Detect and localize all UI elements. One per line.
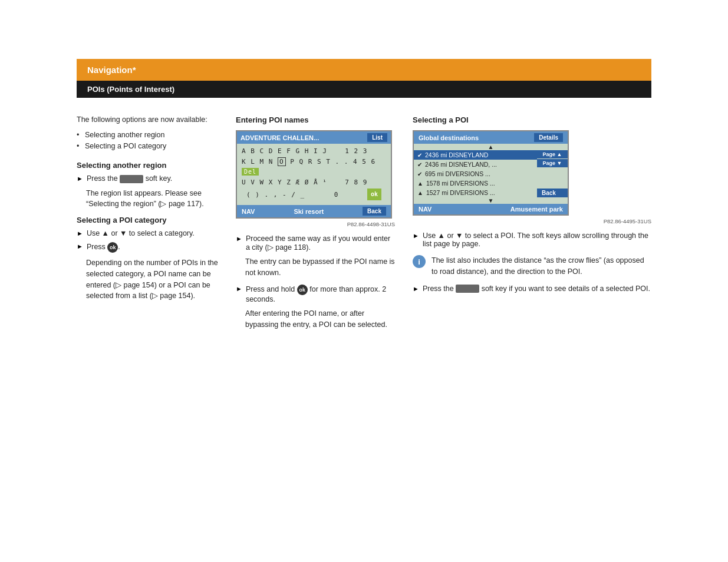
- dest-row-text-2: 2436 mi DISNEYLAND, ...: [425, 161, 497, 168]
- middle-step2-text: Press and hold ok for more than approx. …: [246, 285, 395, 303]
- dest-list-wrapper: ✔ 2436 mi DISNEYLAND ✔ 2436 mi DISNEYLAN…: [414, 150, 568, 197]
- dest-row-2: ✔ 2436 mi DISNEYLAND, ...: [414, 160, 537, 169]
- section-title: POIs (Points of Interest): [87, 85, 174, 94]
- ok-hold-btn: ok: [297, 285, 308, 295]
- arrow-icon-5: ►: [236, 285, 242, 292]
- screen-place-label: Ski resort: [294, 208, 324, 215]
- page-title: Navigation*: [87, 65, 136, 75]
- middle-step1: ► Proceed the same way as if you would e…: [236, 234, 395, 252]
- screen-top-bar: ADVENTURE CHALLEN... List: [237, 131, 391, 144]
- section-bar: POIs (Points of Interest): [77, 81, 651, 98]
- keyboard-row-3: U V W X Y Z Æ Ø Å ¹ 7 8 9: [242, 177, 386, 188]
- poi-cat-step2-text: Press ok.: [87, 242, 218, 253]
- dest-list-body: ✔ 2436 mi DISNEYLAND ✔ 2436 mi DISNEYLAN…: [414, 150, 568, 197]
- right-step1-text: Use ▲ or ▼ to select a POI. The soft key…: [423, 232, 651, 248]
- bullet-list: Selecting another region Selecting a POI…: [77, 131, 218, 150]
- page-up-btn: Page ▲: [537, 150, 568, 158]
- soft-key-1: [120, 175, 143, 183]
- arrow-icon-6: ►: [413, 232, 419, 239]
- list-button: List: [367, 133, 387, 142]
- poi-cat-step1: ► Use ▲ or ▼ to select a category.: [77, 229, 218, 237]
- left-column: The following options are now available:…: [77, 115, 218, 308]
- dest-row-text-1: 2436 mi DISNEYLAND: [425, 151, 488, 158]
- dest-row-icon-2: ✔: [417, 161, 422, 168]
- dest-screen-title: Global destinations: [419, 134, 479, 141]
- selecting-poi-cat-heading: Selecting a POI category: [77, 216, 218, 224]
- right-step1: ► Use ▲ or ▼ to select a POI. The soft k…: [413, 232, 651, 248]
- dest-row-icon-4: ▲: [417, 180, 423, 187]
- bullet-item-2: Selecting a POI category: [77, 142, 218, 150]
- page-buttons-col: Page ▲ Page ▼ Back: [537, 150, 568, 197]
- keyboard-area: A B C D E F G H I J 1 2 3 K L M N O P Q …: [237, 144, 391, 205]
- middle-step1-indent: The entry can be bypassed if the POI nam…: [245, 256, 395, 279]
- keyboard-row-4: ( ) . , - / _ 0 ok: [242, 187, 386, 201]
- region-step1-indent: The region list appears. Please see “Sel…: [86, 188, 218, 210]
- middle-step1-text: Proceed the same way as if you would ent…: [246, 234, 395, 252]
- bullet-item-1: Selecting another region: [77, 131, 218, 139]
- dest-screen-bottom: NAV Amusement park: [414, 204, 568, 214]
- arrow-icon-4: ►: [236, 235, 242, 242]
- dest-row-1: ✔ 2436 mi DISNEYLAND: [414, 150, 537, 160]
- right-column: Selecting a POI Global destinations Deta…: [413, 115, 651, 297]
- info-text: The list also includes the distance “as …: [431, 255, 651, 277]
- content-area: The following options are now available:…: [77, 115, 651, 336]
- soft-key-2: [456, 285, 479, 293]
- dest-row-icon-5: ▲: [417, 190, 423, 196]
- selecting-region-heading: Selecting another region: [77, 161, 218, 170]
- dest-row-icon-1: ✔: [417, 152, 422, 158]
- ok-key: ok: [367, 189, 381, 200]
- middle-step2: ► Press and hold ok for more than approx…: [236, 285, 395, 303]
- info-icon: i: [413, 255, 426, 268]
- poi-cat-step1-text: Use ▲ or ▼ to select a category.: [87, 229, 218, 237]
- screen-nav-label: NAV: [242, 208, 255, 215]
- middle-col-heading: Entering POI names: [236, 115, 395, 124]
- right-caption: P82.86-4495-31US: [413, 218, 651, 224]
- info-box: i The list also includes the distance “a…: [413, 255, 651, 277]
- details-button: Details: [534, 133, 563, 142]
- arrow-icon-1: ►: [77, 175, 83, 182]
- dest-row-text-5: 1527 mi DIVERSIONS ...: [426, 189, 495, 196]
- region-step1: ► Press the soft key.: [77, 174, 218, 183]
- dest-row-5: ▲ 1527 mi DIVERSIONS ...: [414, 188, 537, 197]
- dest-row-icon-3: ✔: [417, 171, 422, 177]
- middle-final: After entering the POI name, or after by…: [245, 308, 395, 330]
- arrow-icon-7: ►: [413, 285, 419, 292]
- arrow-icon-2: ►: [77, 230, 83, 237]
- poi-cat-step2: ► Press ok.: [77, 242, 218, 253]
- screen-title: ADVENTURE CHALLEN...: [241, 134, 319, 141]
- region-step1-text: Press the soft key.: [87, 174, 218, 183]
- dest-row-3: ✔ 695 mi DIVERSIONS ...: [414, 169, 537, 178]
- middle-caption: P82.86-4498-31US: [236, 221, 395, 227]
- dest-back-btn: Back: [537, 189, 568, 197]
- screen-bottom: NAV Ski resort Back: [237, 205, 391, 217]
- page-container: Navigation* POIs (Points of Interest) Th…: [0, 59, 728, 562]
- right-col-heading: Selecting a POI: [413, 115, 651, 124]
- ok-button-inline: ok: [107, 242, 118, 253]
- destination-screen: Global destinations Details ▲ ✔ 2436 mi …: [413, 130, 569, 216]
- poi-cat-step2-indent: Depending on the number of POIs in the s…: [86, 257, 218, 302]
- arrow-icon-3: ►: [77, 243, 83, 250]
- dest-screen-top: Global destinations Details: [414, 131, 568, 144]
- back-button: Back: [363, 207, 386, 216]
- dest-row-4: ▲ 1578 mi DIVERSIONS ...: [414, 178, 537, 188]
- dest-arrow-up: ▲: [414, 144, 568, 150]
- right-final-step: ► Press the soft key if you want to see …: [413, 285, 651, 293]
- right-final-text: Press the soft key if you want to see de…: [423, 285, 651, 293]
- middle-column: Entering POI names ADVENTURE CHALLEN... …: [236, 115, 395, 336]
- dest-nav-label: NAV: [419, 206, 431, 213]
- dest-row-text-4: 1578 mi DIVERSIONS ...: [426, 180, 495, 187]
- dest-list-rows: ✔ 2436 mi DISNEYLAND ✔ 2436 mi DISNEYLAN…: [414, 150, 537, 197]
- dest-place-label: Amusement park: [510, 206, 563, 213]
- page-down-btn: Page ▼: [537, 159, 568, 167]
- dest-row-text-3: 695 mi DIVERSIONS ...: [425, 170, 490, 177]
- keyboard-row-1: A B C D E F G H I J 1 2 3: [242, 146, 386, 157]
- intro-text: The following options are now available:: [77, 115, 218, 124]
- dest-arrow-down: ▼: [414, 197, 568, 204]
- nav-header: Navigation*: [77, 59, 651, 81]
- keyboard-row-2: K L M N O P Q R S T . . 4 5 6 Del: [242, 157, 386, 177]
- keyboard-screen: ADVENTURE CHALLEN... List A B C D E F G …: [236, 130, 392, 219]
